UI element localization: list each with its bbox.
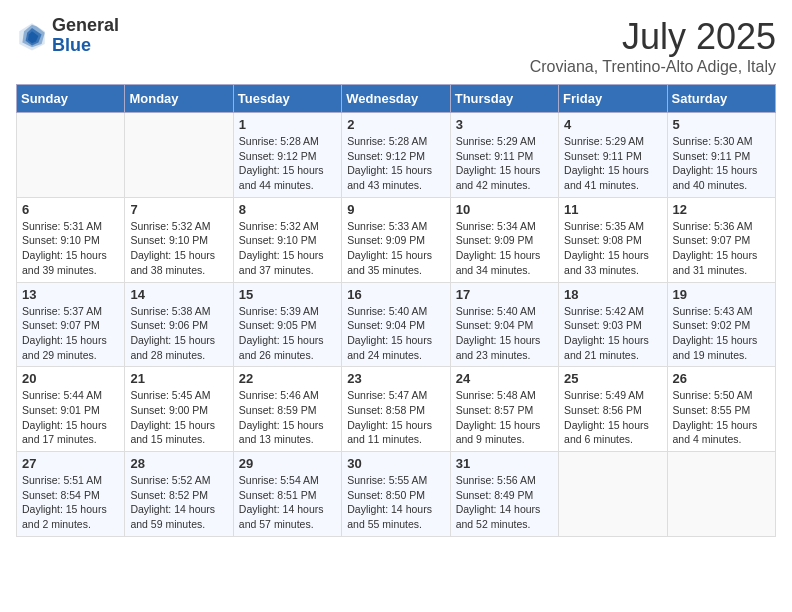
day-number: 31 [456,456,553,471]
day-info: Sunrise: 5:31 AM Sunset: 9:10 PM Dayligh… [22,219,119,278]
day-number: 25 [564,371,661,386]
calendar-cell [125,113,233,198]
day-info: Sunrise: 5:40 AM Sunset: 9:04 PM Dayligh… [456,304,553,363]
day-number: 3 [456,117,553,132]
day-number: 13 [22,287,119,302]
day-info: Sunrise: 5:30 AM Sunset: 9:11 PM Dayligh… [673,134,770,193]
day-number: 22 [239,371,336,386]
day-number: 5 [673,117,770,132]
calendar-cell: 21Sunrise: 5:45 AM Sunset: 9:00 PM Dayli… [125,367,233,452]
day-info: Sunrise: 5:35 AM Sunset: 9:08 PM Dayligh… [564,219,661,278]
calendar-cell: 1Sunrise: 5:28 AM Sunset: 9:12 PM Daylig… [233,113,341,198]
day-info: Sunrise: 5:49 AM Sunset: 8:56 PM Dayligh… [564,388,661,447]
calendar-cell: 27Sunrise: 5:51 AM Sunset: 8:54 PM Dayli… [17,452,125,537]
day-number: 20 [22,371,119,386]
day-number: 14 [130,287,227,302]
calendar-cell: 7Sunrise: 5:32 AM Sunset: 9:10 PM Daylig… [125,197,233,282]
calendar-cell: 8Sunrise: 5:32 AM Sunset: 9:10 PM Daylig… [233,197,341,282]
calendar-table: Sunday Monday Tuesday Wednesday Thursday… [16,84,776,537]
day-info: Sunrise: 5:33 AM Sunset: 9:09 PM Dayligh… [347,219,444,278]
calendar-cell: 24Sunrise: 5:48 AM Sunset: 8:57 PM Dayli… [450,367,558,452]
day-info: Sunrise: 5:36 AM Sunset: 9:07 PM Dayligh… [673,219,770,278]
logo-text: General Blue [52,16,119,56]
calendar-week-2: 6Sunrise: 5:31 AM Sunset: 9:10 PM Daylig… [17,197,776,282]
calendar-cell [17,113,125,198]
day-info: Sunrise: 5:44 AM Sunset: 9:01 PM Dayligh… [22,388,119,447]
day-number: 27 [22,456,119,471]
logo-general-text: General [52,15,119,35]
day-info: Sunrise: 5:34 AM Sunset: 9:09 PM Dayligh… [456,219,553,278]
col-sunday: Sunday [17,85,125,113]
day-number: 17 [456,287,553,302]
day-number: 4 [564,117,661,132]
day-number: 30 [347,456,444,471]
col-saturday: Saturday [667,85,775,113]
day-number: 12 [673,202,770,217]
day-info: Sunrise: 5:56 AM Sunset: 8:49 PM Dayligh… [456,473,553,532]
calendar-cell: 22Sunrise: 5:46 AM Sunset: 8:59 PM Dayli… [233,367,341,452]
col-monday: Monday [125,85,233,113]
calendar-week-4: 20Sunrise: 5:44 AM Sunset: 9:01 PM Dayli… [17,367,776,452]
calendar-cell [667,452,775,537]
calendar-cell: 10Sunrise: 5:34 AM Sunset: 9:09 PM Dayli… [450,197,558,282]
day-number: 15 [239,287,336,302]
day-info: Sunrise: 5:28 AM Sunset: 9:12 PM Dayligh… [239,134,336,193]
calendar-cell: 16Sunrise: 5:40 AM Sunset: 9:04 PM Dayli… [342,282,450,367]
day-number: 26 [673,371,770,386]
calendar-cell: 30Sunrise: 5:55 AM Sunset: 8:50 PM Dayli… [342,452,450,537]
calendar-cell: 23Sunrise: 5:47 AM Sunset: 8:58 PM Dayli… [342,367,450,452]
day-info: Sunrise: 5:48 AM Sunset: 8:57 PM Dayligh… [456,388,553,447]
day-info: Sunrise: 5:39 AM Sunset: 9:05 PM Dayligh… [239,304,336,363]
day-info: Sunrise: 5:29 AM Sunset: 9:11 PM Dayligh… [456,134,553,193]
day-number: 23 [347,371,444,386]
logo-blue-text: Blue [52,35,91,55]
day-number: 24 [456,371,553,386]
day-number: 7 [130,202,227,217]
day-number: 6 [22,202,119,217]
day-number: 9 [347,202,444,217]
day-number: 28 [130,456,227,471]
col-wednesday: Wednesday [342,85,450,113]
day-info: Sunrise: 5:43 AM Sunset: 9:02 PM Dayligh… [673,304,770,363]
day-number: 19 [673,287,770,302]
day-info: Sunrise: 5:28 AM Sunset: 9:12 PM Dayligh… [347,134,444,193]
calendar-cell: 18Sunrise: 5:42 AM Sunset: 9:03 PM Dayli… [559,282,667,367]
calendar-cell: 9Sunrise: 5:33 AM Sunset: 9:09 PM Daylig… [342,197,450,282]
day-number: 8 [239,202,336,217]
col-tuesday: Tuesday [233,85,341,113]
month-title: July 2025 [530,16,776,58]
logo: General Blue [16,16,119,56]
day-number: 29 [239,456,336,471]
day-number: 2 [347,117,444,132]
calendar-cell: 5Sunrise: 5:30 AM Sunset: 9:11 PM Daylig… [667,113,775,198]
page-header: General Blue July 2025 Croviana, Trentin… [16,16,776,76]
calendar-week-5: 27Sunrise: 5:51 AM Sunset: 8:54 PM Dayli… [17,452,776,537]
calendar-cell [559,452,667,537]
day-number: 16 [347,287,444,302]
day-info: Sunrise: 5:45 AM Sunset: 9:00 PM Dayligh… [130,388,227,447]
calendar-cell: 31Sunrise: 5:56 AM Sunset: 8:49 PM Dayli… [450,452,558,537]
calendar-cell: 6Sunrise: 5:31 AM Sunset: 9:10 PM Daylig… [17,197,125,282]
calendar-header-row: Sunday Monday Tuesday Wednesday Thursday… [17,85,776,113]
title-area: July 2025 Croviana, Trentino-Alto Adige,… [530,16,776,76]
col-friday: Friday [559,85,667,113]
calendar-cell: 2Sunrise: 5:28 AM Sunset: 9:12 PM Daylig… [342,113,450,198]
day-info: Sunrise: 5:52 AM Sunset: 8:52 PM Dayligh… [130,473,227,532]
day-number: 10 [456,202,553,217]
calendar-cell: 14Sunrise: 5:38 AM Sunset: 9:06 PM Dayli… [125,282,233,367]
day-info: Sunrise: 5:38 AM Sunset: 9:06 PM Dayligh… [130,304,227,363]
calendar-cell: 12Sunrise: 5:36 AM Sunset: 9:07 PM Dayli… [667,197,775,282]
calendar-cell: 26Sunrise: 5:50 AM Sunset: 8:55 PM Dayli… [667,367,775,452]
calendar-cell: 29Sunrise: 5:54 AM Sunset: 8:51 PM Dayli… [233,452,341,537]
calendar-cell: 3Sunrise: 5:29 AM Sunset: 9:11 PM Daylig… [450,113,558,198]
day-number: 21 [130,371,227,386]
day-info: Sunrise: 5:32 AM Sunset: 9:10 PM Dayligh… [130,219,227,278]
calendar-week-1: 1Sunrise: 5:28 AM Sunset: 9:12 PM Daylig… [17,113,776,198]
calendar-cell: 11Sunrise: 5:35 AM Sunset: 9:08 PM Dayli… [559,197,667,282]
calendar-cell: 4Sunrise: 5:29 AM Sunset: 9:11 PM Daylig… [559,113,667,198]
day-info: Sunrise: 5:32 AM Sunset: 9:10 PM Dayligh… [239,219,336,278]
day-info: Sunrise: 5:46 AM Sunset: 8:59 PM Dayligh… [239,388,336,447]
calendar-week-3: 13Sunrise: 5:37 AM Sunset: 9:07 PM Dayli… [17,282,776,367]
day-info: Sunrise: 5:50 AM Sunset: 8:55 PM Dayligh… [673,388,770,447]
calendar-cell: 15Sunrise: 5:39 AM Sunset: 9:05 PM Dayli… [233,282,341,367]
